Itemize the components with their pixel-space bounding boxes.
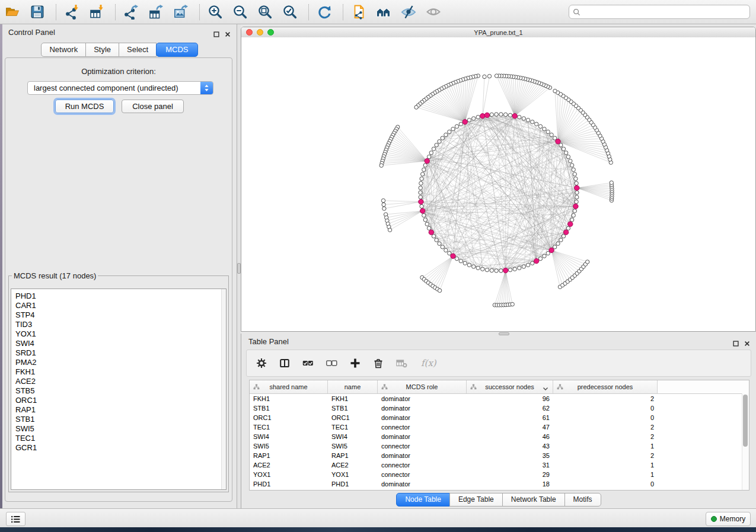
mcds-result-item[interactable]: YOX1 <box>15 329 226 339</box>
window-close-button[interactable] <box>246 29 253 36</box>
export-network-icon <box>123 4 139 20</box>
close-panel-icon[interactable] <box>744 338 750 344</box>
open-file-icon <box>5 4 20 20</box>
table-cell: 0 <box>553 403 658 413</box>
tab-style[interactable]: Style <box>85 43 119 57</box>
mcds-result-item[interactable]: ORC1 <box>15 396 226 405</box>
sort-desc-icon <box>543 385 548 392</box>
first-neighbors-button[interactable] <box>375 2 394 21</box>
table-row[interactable]: SWI5SWI5connector431 <box>250 441 749 451</box>
mcds-result-item[interactable]: STB1 <box>15 415 226 424</box>
hide-selected-button[interactable] <box>400 2 419 21</box>
mcds-list-scrollbar[interactable] <box>221 289 226 489</box>
memory-button[interactable]: Memory <box>706 512 751 526</box>
export-image-button[interactable] <box>172 2 191 21</box>
tab-select[interactable]: Select <box>119 43 157 57</box>
network-from-selection-button[interactable] <box>350 2 369 21</box>
zoom-out-button[interactable] <box>231 2 250 21</box>
scrollbar-thumb[interactable] <box>743 395 748 447</box>
table-cell: dominator <box>378 403 467 413</box>
refresh-network-button[interactable] <box>315 2 334 21</box>
search-input[interactable] <box>583 7 746 17</box>
tab-edge-table[interactable]: Edge Table <box>449 493 503 507</box>
select-all-button[interactable] <box>301 356 315 370</box>
mcds-result-item[interactable]: PMA2 <box>15 358 226 367</box>
function-builder-button[interactable]: f(x) <box>419 356 439 370</box>
export-network-button[interactable] <box>122 2 141 21</box>
table-row[interactable]: RAP1RAP1dominator352 <box>250 451 749 460</box>
mcds-result-list[interactable]: PHD1CAR1STP4TID3YOX1SWI4SRD1PMA2FKH1ACE2… <box>11 289 227 490</box>
column-header-shared-name[interactable]: shared name <box>250 380 328 393</box>
show-columns-button[interactable] <box>278 356 291 370</box>
mcds-result-item[interactable]: SWI5 <box>15 424 226 434</box>
zoom-in-button[interactable] <box>206 2 225 21</box>
close-panel-icon[interactable] <box>225 29 231 35</box>
table-cell: 2 <box>553 394 658 403</box>
tab-motifs[interactable]: Motifs <box>564 493 601 507</box>
table-row[interactable]: STB1STB1dominator620 <box>250 403 749 413</box>
open-file-button[interactable] <box>4 2 23 21</box>
mcds-result-item[interactable]: CAR1 <box>15 301 226 310</box>
deselect-all-button[interactable] <box>325 356 339 370</box>
window-minimize-button[interactable] <box>257 29 263 36</box>
table-row[interactable]: YOX1YOX1connector291 <box>250 470 749 479</box>
mcds-result-item[interactable]: RAP1 <box>15 405 226 415</box>
network-window-titlebar[interactable]: YPA_prune.txt_1 <box>241 27 755 38</box>
splitter-grip[interactable] <box>499 332 509 335</box>
table-cell: SWI4 <box>250 432 328 441</box>
delete-table-button[interactable] <box>395 356 409 370</box>
network-view[interactable] <box>241 37 755 331</box>
mcds-result-item[interactable]: ACE2 <box>15 377 226 386</box>
mcds-result-item[interactable]: STP4 <box>15 310 226 320</box>
mcds-result-item[interactable]: FKH1 <box>15 367 226 377</box>
table-mode-button[interactable] <box>255 356 268 370</box>
column-header-predecessor-nodes[interactable]: predecessor nodes <box>553 380 658 393</box>
table-cell: 0 <box>553 413 658 422</box>
table-cell: RAP1 <box>250 451 328 460</box>
export-table-button[interactable] <box>147 2 166 21</box>
table-row[interactable]: TEC1TEC1connector472 <box>250 422 749 432</box>
table-row[interactable]: FKH1FKH1dominator962 <box>250 394 749 403</box>
table-cell: YOX1 <box>250 470 328 479</box>
network-nodes[interactable] <box>379 74 614 307</box>
import-network-button[interactable] <box>63 2 82 21</box>
mcds-result-item[interactable]: TID3 <box>15 320 226 329</box>
tab-network-table[interactable]: Network Table <box>502 493 565 507</box>
table-scrollbar[interactable] <box>742 393 749 490</box>
column-header-name[interactable]: name <box>328 380 378 393</box>
mcds-result-item[interactable]: GCR1 <box>15 443 226 453</box>
zoom-selected-button[interactable] <box>281 2 300 21</box>
float-panel-icon[interactable] <box>213 29 219 35</box>
criterion-select[interactable]: largest connected component (undirected) <box>27 81 213 95</box>
column-header-MCDS-role[interactable]: MCDS role <box>378 380 467 393</box>
table-cell: 1 <box>553 460 658 470</box>
float-panel-icon[interactable] <box>733 338 739 344</box>
tab-mcds[interactable]: MCDS <box>156 43 197 57</box>
show-columns-icon <box>279 358 290 368</box>
import-table-button[interactable] <box>88 2 107 21</box>
show-panels-button[interactable] <box>6 512 25 526</box>
mcds-result-item[interactable]: SRD1 <box>15 348 226 358</box>
tab-network[interactable]: Network <box>41 43 86 57</box>
network-window: YPA_prune.txt_1 <box>241 27 756 332</box>
save-session-button[interactable] <box>28 2 47 21</box>
table-row[interactable]: SWI4SWI4dominator462 <box>250 432 749 441</box>
close-panel-button[interactable]: Close panel <box>122 100 184 113</box>
mcds-result-item[interactable]: STB5 <box>15 386 226 396</box>
column-header-successor-nodes[interactable]: successor nodes <box>467 380 553 393</box>
mcds-result-item[interactable]: PHD1 <box>15 291 226 301</box>
table-row[interactable]: ACE2ACE2connector311 <box>250 460 749 470</box>
tab-node-table[interactable]: Node Table <box>396 493 450 507</box>
show-all-button[interactable] <box>425 2 444 21</box>
toolbar-separator <box>343 4 344 20</box>
run-mcds-button[interactable]: Run MCDS <box>55 100 114 113</box>
delete-columns-button[interactable] <box>372 356 385 370</box>
mcds-result-item[interactable]: SWI4 <box>15 339 226 348</box>
create-column-button[interactable] <box>349 356 362 370</box>
mcds-result-item[interactable]: TEC1 <box>15 434 226 443</box>
main-toolbar <box>0 0 756 24</box>
table-row[interactable]: ORC1ORC1dominator610 <box>250 413 749 422</box>
table-row[interactable]: PHD1PHD1dominator180 <box>250 479 749 489</box>
window-zoom-button[interactable] <box>267 29 274 36</box>
zoom-fit-button[interactable] <box>256 2 275 21</box>
